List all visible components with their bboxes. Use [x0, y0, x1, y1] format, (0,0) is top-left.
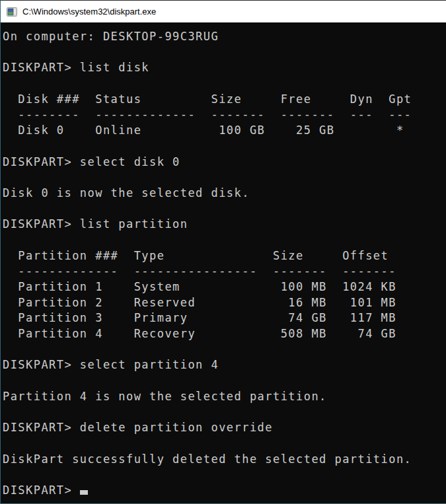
disk-table-row: Disk 0 Online 100 GB 25 GB * [3, 123, 446, 139]
console-line [3, 467, 446, 483]
console-line: Disk 0 is now the selected disk. [3, 186, 446, 201]
partition-table-divider: ------------- ---------------- ------- -… [3, 264, 446, 279]
partition-table-row: Partition 1 System 100 MB 1024 KB [3, 279, 446, 295]
console-line: DISKPART> delete partition override [3, 420, 446, 436]
partition-table-row: Partition 3 Primary 74 GB 117 MB [3, 310, 446, 326]
prompt-label: DISKPART> [3, 484, 80, 497]
console-line [3, 170, 446, 186]
prompt-line[interactable]: DISKPART> [3, 483, 446, 499]
partition-table-header: Partition ### Type Size Offset [3, 248, 446, 264]
console-line [3, 139, 446, 155]
console-line: DISKPART> select disk 0 [3, 155, 446, 170]
title-bar[interactable]: C:\Windows\system32\diskpart.exe [1, 1, 446, 22]
diskpart-console-window: C:\Windows\system32\diskpart.exe On comp… [0, 0, 446, 504]
console-line: On computer: DESKTOP-99C3RUG [3, 29, 446, 45]
partition-table-row: Partition 2 Reserved 16 MB 101 MB [3, 295, 446, 311]
console-line [3, 76, 446, 92]
window-title: C:\Windows\system32\diskpart.exe [22, 7, 156, 17]
disk-table-header: Disk ### Status Size Free Dyn Gpt [3, 92, 446, 108]
console-line: DISKPART> list disk [3, 60, 446, 76]
console-line: DISKPART> list partition [3, 217, 446, 233]
console-line [3, 233, 446, 248]
console-line [3, 342, 446, 358]
console-line: DiskPart successfully deleted the select… [3, 452, 446, 468]
console-output[interactable]: On computer: DESKTOP-99C3RUG DISKPART> l… [1, 22, 446, 503]
console-line: Partition 4 is now the selected partitio… [3, 389, 446, 405]
console-line [3, 201, 446, 217]
partition-table-row: Partition 4 Recovery 508 MB 74 GB [3, 326, 446, 342]
console-line [3, 436, 446, 452]
console-app-icon[interactable] [7, 7, 17, 17]
console-line [3, 373, 446, 389]
text-cursor [80, 490, 88, 495]
console-line [3, 405, 446, 421]
disk-table-divider: -------- ------------- ------- ------- -… [3, 107, 446, 123]
console-line [3, 45, 446, 61]
console-line: DISKPART> select partition 4 [3, 357, 446, 373]
